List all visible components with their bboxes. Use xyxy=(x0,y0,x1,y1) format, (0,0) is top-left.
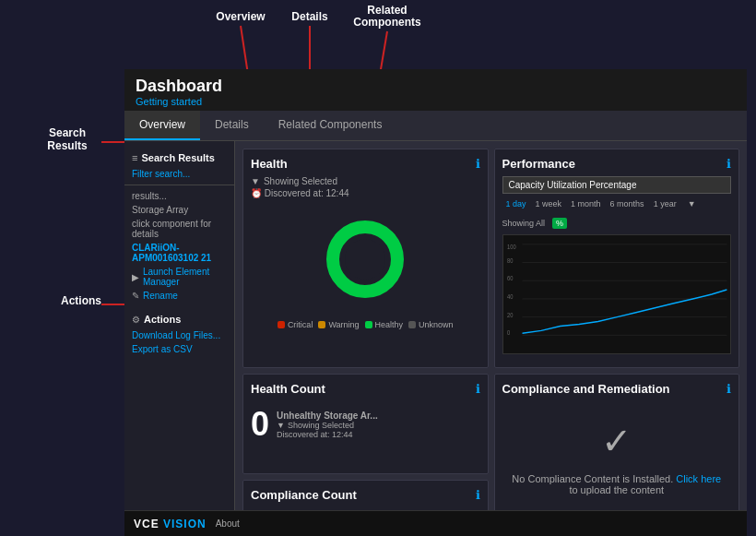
health-info-icon[interactable]: ℹ xyxy=(476,157,480,171)
perf-badge: % xyxy=(552,218,567,229)
performance-card-header: Performance ℹ xyxy=(502,157,732,171)
svg-text:40: 40 xyxy=(507,292,514,300)
count-filter: ▼ Showing Selected xyxy=(277,421,479,430)
tab-overview[interactable]: Overview xyxy=(124,111,200,140)
svg-text:20: 20 xyxy=(507,311,514,318)
health-card-header: Health ℹ xyxy=(251,157,480,171)
about-link[interactable]: About xyxy=(216,518,240,529)
export-csv-label: Export as CSV xyxy=(132,344,193,354)
app-footer: VCE VISION About xyxy=(124,510,747,536)
svg-text:60: 60 xyxy=(507,275,514,282)
filter-icon-2: ▼ xyxy=(688,199,696,208)
download-logs-action[interactable]: Download Log Files... xyxy=(124,328,234,342)
compliance-link-suffix: to upload the content xyxy=(569,484,664,495)
filter-icon: ▼ xyxy=(251,176,260,186)
count-display: 0 Unhealthy Storage Ar... ▼ Showing Sele… xyxy=(251,401,480,447)
launch-element-manager[interactable]: ▶ Launch Element Manager xyxy=(124,265,234,289)
main-content: ≡ Search Results Filter search... result… xyxy=(124,141,747,536)
count-filter-icon: ▼ xyxy=(277,421,285,430)
svg-text:Results: Results xyxy=(47,139,88,152)
rename-action[interactable]: ✎ Rename xyxy=(124,289,234,303)
tab-related[interactable]: Related Components xyxy=(264,111,397,140)
compliance-count-info-icon[interactable]: ℹ xyxy=(476,488,480,502)
actions-section: ⚙ Actions Download Log Files... Export a… xyxy=(124,310,234,356)
critical-dot xyxy=(278,321,285,328)
time-btn-1m[interactable]: 1 month xyxy=(567,197,605,210)
device-name[interactable]: CLARiiON-APM001603102 21 xyxy=(124,241,234,265)
health-count-header: Health Count ℹ xyxy=(251,382,480,396)
warning-dot xyxy=(318,321,325,328)
sidebar-divider-1 xyxy=(124,185,234,185)
search-results-title: Search Results xyxy=(141,152,214,163)
dashboard-header: Dashboard Getting started xyxy=(124,69,747,111)
metric-label: Capacity Utilization Percentage xyxy=(509,180,637,190)
performance-title: Performance xyxy=(502,157,575,171)
compliance-card-header: Compliance and Remediation ℹ xyxy=(502,382,732,396)
footer-logo: VCE VISION xyxy=(134,518,207,530)
svg-text:0: 0 xyxy=(507,329,511,337)
compliance-message-text: No Compliance Content is Installed. xyxy=(512,473,673,484)
compliance-check-icon: ✓ xyxy=(601,420,632,462)
time-btn-6m[interactable]: 6 months xyxy=(607,197,648,210)
compliance-count-header: Compliance Count ℹ xyxy=(251,488,480,502)
compliance-info-icon[interactable]: ℹ xyxy=(726,382,731,396)
search-results-header[interactable]: ≡ Search Results xyxy=(124,149,234,167)
unknown-dot xyxy=(408,321,416,328)
count-label: Unhealthy Storage Ar... xyxy=(277,411,479,421)
unknown-label: Unknown xyxy=(419,320,454,329)
vision-text: VISION xyxy=(163,518,207,530)
tab-details[interactable]: Details xyxy=(200,111,264,140)
time-buttons: 1 day 1 week 1 month 6 months 1 year xyxy=(502,197,680,210)
health-discovered-text: Discovered at: 12:44 xyxy=(265,188,349,198)
legend-warning: Warning xyxy=(318,320,359,329)
warning-label: Warning xyxy=(328,320,359,329)
performance-card: Performance ℹ Capacity Utilization Perce… xyxy=(494,149,740,368)
legend-critical: Critical xyxy=(278,320,313,329)
legend-unknown: Unknown xyxy=(408,320,454,329)
actions-title: Actions xyxy=(144,314,181,325)
rename-label: Rename xyxy=(143,291,178,301)
health-count-card: Health Count ℹ 0 Unhealthy Storage Ar...… xyxy=(242,374,489,474)
launch-label: Launch Element Manager xyxy=(143,267,227,287)
critical-label: Critical xyxy=(288,320,313,329)
export-csv-action[interactable]: Export as CSV xyxy=(124,342,234,356)
count-discovered-text: Discovered at: 12:44 xyxy=(277,430,479,439)
count-details: Unhealthy Storage Ar... ▼ Showing Select… xyxy=(277,411,479,439)
rename-icon: ✎ xyxy=(132,291,139,301)
getting-started-link[interactable]: Getting started xyxy=(136,96,736,107)
health-card: Health ℹ ▼ Showing Selected ⏰ Discovered… xyxy=(242,149,489,368)
health-filter-text: Showing Selected xyxy=(264,176,337,186)
compliance-title: Compliance and Remediation xyxy=(502,382,670,396)
content-area: Health ℹ ▼ Showing Selected ⏰ Discovered… xyxy=(235,141,747,536)
compliance-click-here-link[interactable]: Click here xyxy=(676,473,721,484)
compliance-content: ✓ No Compliance Content is Installed. Cl… xyxy=(502,401,732,514)
perf-filter-bar: 1 day 1 week 1 month 6 months 1 year ▼ S… xyxy=(502,197,732,229)
performance-info-icon[interactable]: ℹ xyxy=(726,157,731,171)
svg-text:Search: Search xyxy=(49,126,86,139)
count-filter-text: Showing Selected xyxy=(288,421,354,430)
donut-chart-svg xyxy=(319,213,411,305)
time-btn-1y[interactable]: 1 year xyxy=(650,197,680,210)
list-icon: ≡ xyxy=(132,152,137,163)
results-text: results... xyxy=(124,189,234,203)
health-filter: ▼ Showing Selected xyxy=(251,176,480,186)
actions-header: ⚙ Actions xyxy=(124,310,234,328)
showing-all-text: Showing All xyxy=(502,219,546,228)
chart-svg: 100 80 60 40 20 0 xyxy=(503,235,731,353)
health-count-info-icon[interactable]: ℹ xyxy=(476,382,480,396)
time-btn-1d[interactable]: 1 day xyxy=(502,197,530,210)
filter-search-link[interactable]: Filter search... xyxy=(124,167,234,181)
annotation-area xyxy=(0,0,756,69)
click-component-text: click component for details xyxy=(124,217,234,241)
health-discovered: ⏰ Discovered at: 12:44 xyxy=(251,188,480,198)
svg-text:80: 80 xyxy=(507,256,514,264)
health-title: Health xyxy=(251,157,288,171)
download-logs-label: Download Log Files... xyxy=(132,330,220,340)
metric-select[interactable]: Capacity Utilization Percentage xyxy=(502,176,732,194)
compliance-count-title: Compliance Count xyxy=(251,488,357,502)
storage-array-text: Storage Array xyxy=(124,203,234,217)
time-btn-1w[interactable]: 1 week xyxy=(532,197,566,210)
healthy-label: Healthy xyxy=(375,320,404,329)
launch-icon: ▶ xyxy=(132,272,139,282)
svg-text:Actions: Actions xyxy=(61,294,101,307)
